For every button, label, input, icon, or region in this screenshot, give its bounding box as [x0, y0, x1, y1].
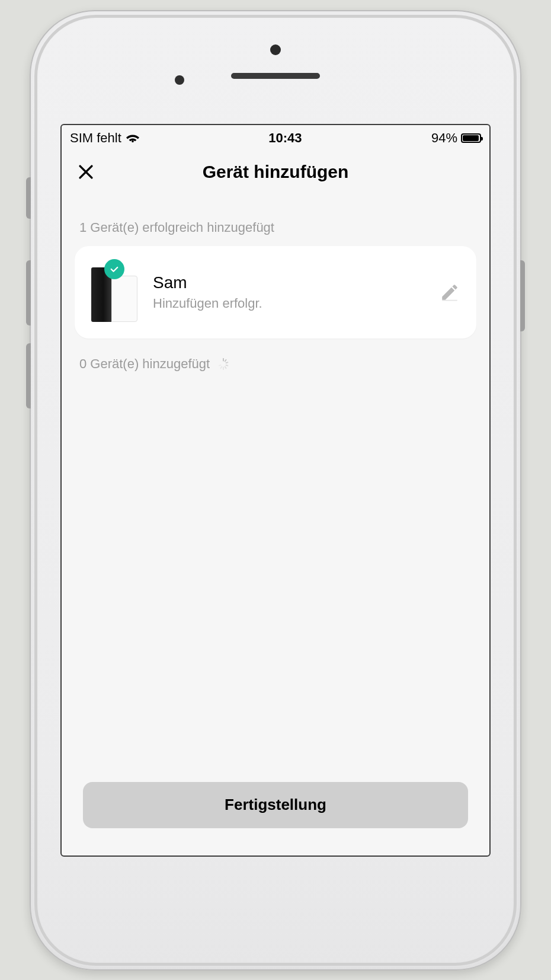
content: 1 Gerät(e) erfolgreich hinzugefügt Sam H…	[62, 193, 489, 782]
svg-line-6	[221, 366, 222, 368]
check-icon	[104, 259, 124, 279]
close-icon[interactable]	[76, 162, 96, 182]
device-thumbnail	[91, 263, 137, 322]
volume-down	[26, 343, 31, 408]
secondary-camera	[175, 75, 184, 85]
svg-line-7	[219, 365, 221, 365]
wifi-icon	[126, 132, 139, 145]
phone-frame: SIM fehlt 10:43 94% Gerät hinzufügen 1 G…	[30, 10, 521, 971]
device-status: Hinzufügen erfolgr.	[153, 296, 424, 311]
footer: Fertigstellung	[62, 782, 489, 855]
volume-up	[26, 260, 31, 325]
spinner-icon	[217, 357, 230, 371]
nav-bar: Gerät hinzufügen	[62, 151, 489, 193]
screen: SIM fehlt 10:43 94% Gerät hinzufügen 1 G…	[60, 124, 491, 857]
ear-speaker	[231, 73, 320, 79]
device-name: Sam	[153, 273, 424, 292]
finish-button[interactable]: Fertigstellung	[83, 782, 468, 828]
mute-switch	[26, 177, 31, 219]
battery-icon	[461, 133, 481, 143]
device-card: Sam Hinzufügen erfolgr.	[75, 246, 476, 339]
battery-percentage: 94%	[431, 130, 457, 146]
success-section-header: 1 Gerät(e) erfolgreich hinzugefügt	[79, 220, 472, 235]
pencil-icon[interactable]	[440, 282, 460, 302]
front-camera	[270, 44, 281, 55]
svg-line-3	[226, 365, 228, 365]
status-bar: SIM fehlt 10:43 94%	[62, 125, 489, 151]
svg-line-1	[225, 359, 226, 361]
page-title: Gerät hinzufügen	[203, 162, 349, 182]
svg-line-2	[226, 362, 228, 363]
svg-line-4	[225, 366, 226, 368]
clock: 10:43	[268, 130, 302, 146]
pending-section-header: 0 Gerät(e) hinzugefügt	[79, 356, 210, 372]
power-button	[520, 260, 525, 331]
carrier-label: SIM fehlt	[70, 130, 121, 146]
